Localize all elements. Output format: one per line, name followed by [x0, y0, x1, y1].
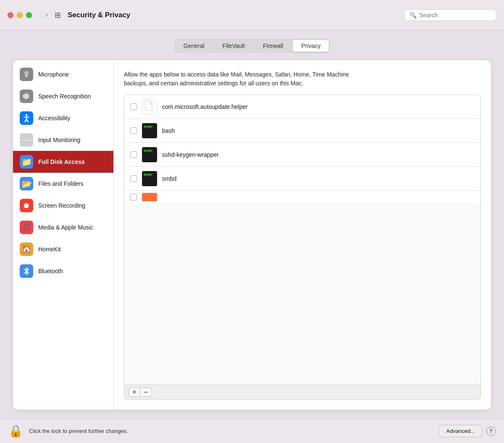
close-button[interactable] — [8, 12, 13, 18]
input-monitoring-icon: ⌨️ — [20, 133, 33, 147]
advanced-button[interactable]: Advanced... — [439, 425, 482, 437]
minimize-button[interactable] — [17, 12, 23, 18]
main-content: General FileVault Firewall Privacy 🎙 Mic… — [0, 30, 504, 419]
files-and-folders-icon: 📂 — [20, 177, 33, 190]
table-row: exec smbd — [124, 167, 480, 191]
sidebar-item-screen-recording[interactable]: ⏺ Screen Recording — [13, 195, 113, 216]
exec-icon: exec — [142, 147, 157, 162]
sidebar-item-homekit[interactable]: 🏠 HomeKit — [13, 238, 113, 260]
tabs-row: General FileVault Firewall Privacy — [13, 39, 491, 53]
sidebar-item-input-monitoring[interactable]: ⌨️ Input Monitoring — [13, 129, 113, 151]
exec-icon: exec — [142, 171, 157, 186]
exec-icon: exec — [142, 123, 157, 138]
app-checkbox-partial[interactable] — [130, 194, 137, 200]
sidebar-item-label: Accessibility — [38, 115, 70, 121]
help-button[interactable]: ? — [486, 427, 496, 436]
sidebar-item-label: Speech Recognition — [38, 93, 91, 100]
sidebar-item-full-disk-access[interactable]: 📁 Full Disk Access — [13, 151, 113, 173]
app-icon-sshd: exec — [142, 147, 157, 162]
svg-rect-0 — [23, 95, 24, 98]
right-panel: Allow the apps below to access data like… — [114, 60, 491, 410]
sidebar-item-label: Media & Apple Music — [38, 224, 93, 231]
window-title: Security & Privacy — [68, 11, 404, 19]
svg-rect-4 — [28, 95, 29, 98]
grid-icon[interactable]: ⊞ — [55, 11, 61, 20]
table-row-partial — [124, 191, 480, 203]
bottom-bar: 🔒 Click the lock to prevent further chan… — [0, 419, 504, 443]
sidebar-item-label: Screen Recording — [38, 202, 85, 209]
screen-recording-icon: ⏺ — [20, 199, 33, 212]
homekit-icon: 🏠 — [20, 243, 33, 256]
full-disk-access-icon: 📁 — [20, 155, 33, 169]
list-controls: + − — [124, 385, 480, 399]
remove-app-button[interactable]: − — [140, 388, 152, 397]
accessibility-icon — [20, 111, 33, 125]
app-name-bash: bash — [162, 127, 175, 134]
sidebar-item-label: Bluetooth — [38, 268, 63, 274]
add-app-button[interactable]: + — [129, 388, 140, 397]
tab-general[interactable]: General — [175, 40, 213, 52]
sidebar-item-bluetooth[interactable]: Bluetooth — [13, 260, 113, 282]
svg-rect-1 — [24, 94, 25, 99]
microphone-icon: 🎙 — [20, 68, 33, 81]
search-input[interactable] — [419, 12, 491, 18]
app-checkbox-autoupdate[interactable] — [130, 103, 137, 110]
app-checkbox-smbd[interactable] — [130, 175, 137, 182]
app-name-smbd: smbd — [162, 175, 176, 182]
app-checkbox-bash[interactable] — [130, 127, 137, 134]
nav-arrows: ‹ › — [39, 11, 48, 19]
tab-filevault[interactable]: FileVault — [214, 40, 254, 52]
partial-icon — [142, 193, 157, 201]
table-row: com.microsoft.autoupdate.helper — [124, 95, 480, 119]
svg-rect-2 — [26, 93, 26, 100]
app-icon-bash: exec — [142, 123, 157, 138]
svg-rect-3 — [27, 94, 28, 99]
tab-privacy[interactable]: Privacy — [292, 40, 329, 52]
titlebar: ‹ › ⊞ Security & Privacy 🔍 — [0, 0, 504, 30]
table-row: exec bash — [124, 119, 480, 143]
bottom-buttons: Advanced... ? — [439, 425, 496, 437]
sidebar-item-label: Microphone — [38, 71, 69, 78]
app-icon-autoupdate — [142, 99, 157, 114]
sidebar-item-label: HomeKit — [38, 246, 61, 253]
lock-text: Click the lock to prevent further change… — [29, 428, 433, 434]
tabs-container: General FileVault Firewall Privacy — [174, 39, 330, 53]
app-checkbox-sshd[interactable] — [130, 151, 137, 158]
table-row: exec sshd-keygen-wrapper — [124, 143, 480, 167]
bluetooth-icon — [20, 264, 33, 278]
sidebar-item-accessibility[interactable]: Accessibility — [13, 107, 113, 129]
app-list-scroll: com.microsoft.autoupdate.helper exec bas… — [124, 95, 480, 385]
sidebar-item-label: Input Monitoring — [38, 137, 80, 143]
forward-arrow[interactable]: › — [45, 11, 48, 19]
settings-panel: 🎙 Microphone Speech Recognition — [13, 60, 491, 410]
sidebar-item-label: Full Disk Access — [38, 158, 85, 165]
sidebar-item-files-and-folders[interactable]: 📂 Files and Folders — [13, 173, 113, 195]
sidebar-item-label: Files and Folders — [38, 180, 83, 187]
sidebar-item-speech-recognition[interactable]: Speech Recognition — [13, 85, 113, 107]
traffic-lights — [8, 12, 32, 18]
media-apple-music-icon: 🎵 — [20, 221, 33, 234]
app-name-autoupdate: com.microsoft.autoupdate.helper — [162, 103, 248, 110]
svg-line-9 — [26, 119, 28, 122]
search-box[interactable]: 🔍 — [404, 9, 496, 21]
search-icon: 🔍 — [410, 12, 417, 18]
lock-icon[interactable]: 🔒 — [8, 424, 23, 438]
sidebar-item-microphone[interactable]: 🎙 Microphone — [13, 63, 113, 85]
tab-firewall[interactable]: Firewall — [254, 40, 292, 52]
sidebar-item-media-apple-music[interactable]: 🎵 Media & Apple Music — [13, 216, 113, 238]
app-name-sshd: sshd-keygen-wrapper — [162, 151, 219, 158]
sidebar: 🎙 Microphone Speech Recognition — [13, 60, 114, 410]
app-icon-smbd: exec — [142, 171, 157, 186]
fullscreen-button[interactable] — [26, 12, 32, 18]
back-arrow[interactable]: ‹ — [39, 11, 41, 19]
app-list: com.microsoft.autoupdate.helper exec bas… — [124, 95, 481, 400]
speech-recognition-icon — [20, 90, 33, 103]
description-text: Allow the apps below to access data like… — [124, 70, 368, 88]
